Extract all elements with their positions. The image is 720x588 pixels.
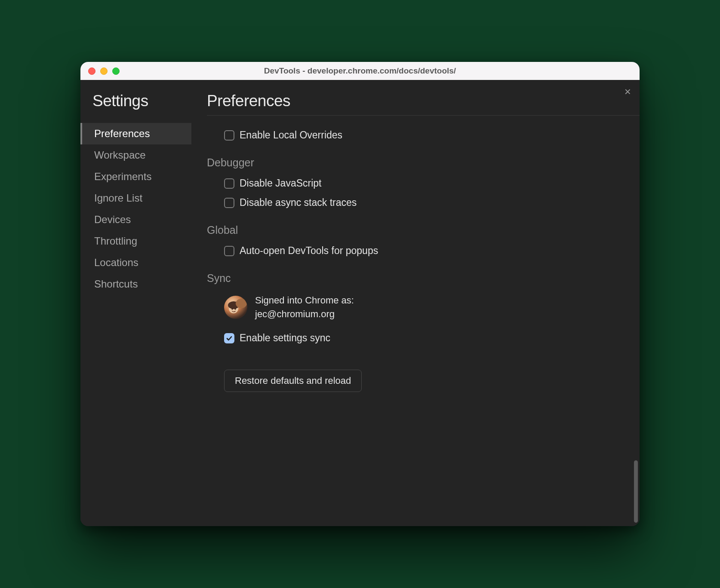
scrollbar-thumb[interactable] — [634, 460, 638, 523]
sidebar-item-locations[interactable]: Locations — [80, 252, 191, 273]
sidebar-item-label: Devices — [94, 214, 131, 225]
checkbox-checked-icon[interactable] — [224, 333, 234, 343]
option-disable-async-stack-traces[interactable]: Disable async stack traces — [224, 197, 640, 208]
svg-point-3 — [231, 308, 233, 309]
sidebar-item-label: Locations — [94, 257, 138, 268]
option-auto-open-devtools[interactable]: Auto-open DevTools for popups — [224, 245, 640, 257]
sidebar-item-label: Experiments — [94, 171, 151, 182]
svg-point-4 — [234, 308, 236, 309]
section-global: Global — [207, 224, 640, 236]
window-title: DevTools - developer.chrome.com/docs/dev… — [80, 66, 640, 76]
checkbox-icon[interactable] — [224, 178, 234, 189]
checkbox-icon[interactable] — [224, 130, 234, 141]
traffic-lights — [88, 67, 120, 75]
section-debugger: Debugger — [207, 156, 640, 169]
sidebar-item-throttling[interactable]: Throttling — [80, 230, 191, 252]
option-enable-settings-sync[interactable]: Enable settings sync — [224, 332, 640, 344]
option-label: Auto-open DevTools for popups — [240, 245, 378, 257]
sidebar-item-shortcuts[interactable]: Shortcuts — [80, 273, 191, 295]
sidebar-item-label: Throttling — [94, 235, 137, 247]
close-window-icon[interactable] — [88, 67, 95, 75]
sidebar-item-label: Preferences — [94, 128, 150, 139]
signed-in-account: jec@chromium.org — [255, 308, 354, 321]
page-title: Preferences — [207, 92, 640, 110]
zoom-window-icon[interactable] — [112, 67, 120, 75]
sidebar-item-devices[interactable]: Devices — [80, 209, 191, 230]
sidebar-item-preferences[interactable]: Preferences — [80, 123, 191, 144]
option-enable-local-overrides[interactable]: Enable Local Overrides — [224, 129, 640, 141]
checkbox-icon[interactable] — [224, 246, 234, 256]
option-disable-javascript[interactable]: Disable JavaScript — [224, 178, 640, 189]
sidebar-item-ignore-list[interactable]: Ignore List — [80, 187, 191, 209]
preferences-pane: Preferences Enable Local Overrides Debug… — [191, 80, 640, 526]
devtools-window: DevTools - developer.chrome.com/docs/dev… — [80, 62, 640, 526]
svg-point-5 — [236, 299, 247, 308]
checkbox-icon[interactable] — [224, 198, 234, 208]
sidebar-item-label: Ignore List — [94, 192, 142, 204]
sync-account-row: Signed into Chrome as: jec@chromium.org — [224, 294, 640, 320]
option-label: Enable settings sync — [240, 332, 330, 344]
preferences-scroll[interactable]: Enable Local Overrides Debugger Disable … — [207, 115, 640, 526]
minimize-window-icon[interactable] — [100, 67, 108, 75]
section-sync: Sync — [207, 272, 640, 285]
sync-account-text: Signed into Chrome as: jec@chromium.org — [255, 294, 354, 320]
option-label: Disable async stack traces — [240, 197, 357, 208]
option-label: Disable JavaScript — [240, 178, 321, 189]
option-label: Enable Local Overrides — [240, 129, 342, 141]
titlebar: DevTools - developer.chrome.com/docs/dev… — [80, 62, 640, 80]
sidebar-item-label: Workspace — [94, 149, 146, 161]
sidebar-item-label: Shortcuts — [94, 278, 138, 290]
settings-heading: Settings — [92, 92, 191, 110]
sidebar-item-experiments[interactable]: Experiments — [80, 166, 191, 187]
restore-defaults-button[interactable]: Restore defaults and reload — [224, 370, 362, 392]
close-icon[interactable]: × — [625, 86, 631, 97]
avatar — [224, 296, 247, 319]
signed-in-label: Signed into Chrome as: — [255, 294, 354, 307]
sidebar-item-workspace[interactable]: Workspace — [80, 144, 191, 166]
settings-sidebar: Settings Preferences Workspace Experimen… — [80, 80, 191, 526]
